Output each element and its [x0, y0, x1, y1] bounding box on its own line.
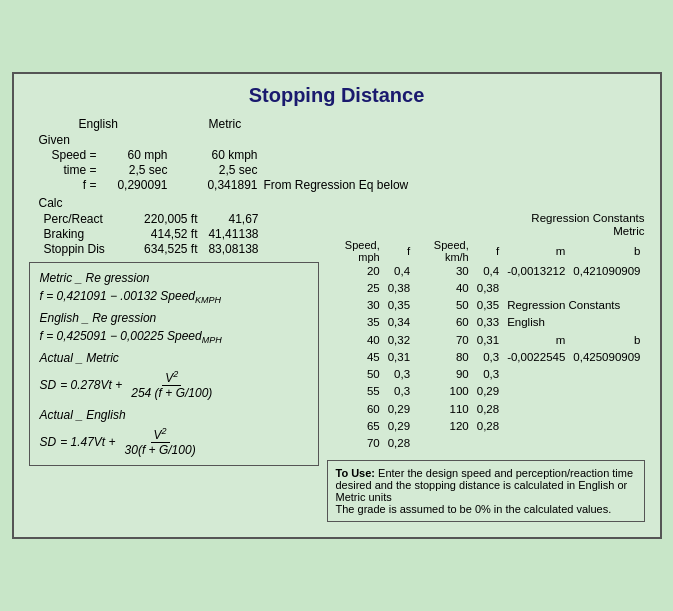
english-header: English	[79, 117, 209, 131]
col-speed-mph: Speed, mph	[327, 239, 384, 263]
time-key: time =	[44, 163, 99, 177]
table-row: 55 0,3 100 0,29	[327, 383, 645, 400]
calc-name-3: Stoppin Dis	[44, 242, 129, 256]
main-container: Stopping Distance English Metric Given S…	[12, 72, 662, 540]
f-from: From Regression Eq below	[264, 178, 409, 192]
english-reg-eq: f = 0,425091 − 0,00225 SpeedMPH	[40, 329, 308, 345]
f-key: f =	[44, 178, 99, 192]
to-use-box: To Use: Enter the design speed and perce…	[327, 460, 645, 522]
given-label: Given	[39, 133, 645, 147]
metric-label: Metric	[327, 225, 645, 237]
col-speed-kmh: Speed, km/h	[414, 239, 473, 263]
calc-met-2: 41,41138	[204, 227, 259, 241]
formula-box: Metric _ Re gression f = 0,421091 − .001…	[29, 262, 319, 467]
table-row: 30 0,35 50 0,35 Regression Constants	[327, 297, 645, 314]
table-row: 35 0,34 60 0,33 English	[327, 314, 645, 331]
calc-en-1: 220,005 ft	[129, 212, 204, 226]
to-use-label: To Use:	[336, 467, 376, 479]
table-row: 65 0,29 120 0,28	[327, 418, 645, 435]
calc-en-3: 634,525 ft	[129, 242, 204, 256]
metric-num: V2	[162, 369, 181, 386]
table-row: 25 0,38 40 0,38	[327, 280, 645, 297]
speed-key: Speed =	[44, 148, 99, 162]
calc-label: Calc	[39, 196, 645, 210]
time-val-met: 2,5 sec	[174, 163, 264, 177]
speed-val-met: 60 kmph	[174, 148, 264, 162]
actual-english-formula: SD = 1.47Vt + V2 30(f + G/100)	[40, 426, 308, 457]
english-reg-title: English _ Re gression	[40, 311, 308, 325]
table-row: 45 0,31 80 0,3 -0,0022545 0,425090909	[327, 349, 645, 366]
data-table: Speed, mph f Speed, km/h f m b 20 0,4 30…	[327, 239, 645, 453]
table-row: 20 0,4 30 0,4 -0,0013212 0,421090909	[327, 263, 645, 280]
to-use-text1: Enter the design speed and perception/re…	[336, 467, 634, 503]
table-row: 70 0,28	[327, 435, 645, 452]
col-m: m	[503, 239, 569, 263]
time-val-en: 2,5 sec	[99, 163, 174, 177]
metric-reg-eq: f = 0,421091 − .00132 SpeedKMPH	[40, 289, 308, 305]
col-f1: f	[384, 239, 414, 263]
col-b: b	[569, 239, 644, 263]
metric-den: 254 (f + G/100)	[128, 386, 215, 400]
table-row: 50 0,3 90 0,3	[327, 366, 645, 383]
f-val-met: 0,341891	[174, 178, 264, 192]
f-val-en: 0,290091	[99, 178, 174, 192]
english-den: 30(f + G/100)	[122, 443, 199, 457]
metric-header: Metric	[209, 117, 339, 131]
calc-name-2: Braking	[44, 227, 129, 241]
actual-metric-formula: SD = 0.278Vt + V2 254 (f + G/100)	[40, 369, 308, 400]
metric-reg-title: Metric _ Re gression	[40, 271, 308, 285]
table-row: 60 0,29 110 0,28	[327, 401, 645, 418]
col-f2: f	[473, 239, 503, 263]
actual-metric-title: Actual _ Metric	[40, 351, 308, 365]
actual-english-title: Actual _ English	[40, 408, 308, 422]
to-use-text2: The grade is assumed to be 0% in the cal…	[336, 503, 612, 515]
page-title: Stopping Distance	[29, 84, 645, 107]
speed-val-en: 60 mph	[99, 148, 174, 162]
regression-constants-label: Regression Constants	[327, 212, 645, 224]
table-row: 40 0,32 70 0,31 m b	[327, 332, 645, 349]
english-num: V2	[151, 426, 170, 443]
calc-met-1: 41,67	[204, 212, 259, 226]
calc-name-1: Perc/React	[44, 212, 129, 226]
calc-en-2: 414,52 ft	[129, 227, 204, 241]
calc-met-3: 83,08138	[204, 242, 259, 256]
